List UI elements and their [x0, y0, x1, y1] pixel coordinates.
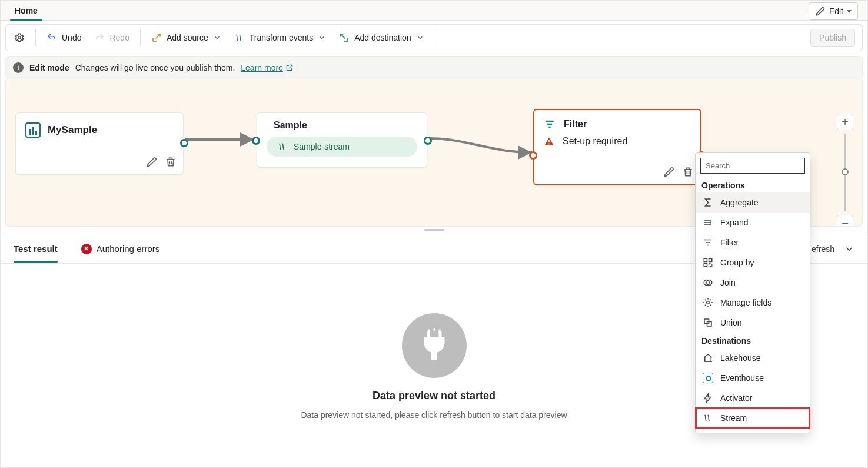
dropdown-item-expand[interactable]: Expand — [696, 213, 810, 233]
join-icon — [703, 277, 713, 288]
svg-rect-7 — [709, 264, 712, 267]
node-source-title: MySample — [48, 124, 97, 136]
stream-icon — [703, 413, 713, 423]
filter-icon — [544, 118, 556, 130]
node-port-out[interactable] — [424, 137, 432, 145]
dropdown-item-aggregate[interactable]: Aggregate — [696, 192, 810, 213]
chevron-down-icon — [318, 34, 326, 42]
svg-rect-1 — [548, 140, 550, 143]
settings-button[interactable] — [8, 29, 31, 47]
pencil-icon — [815, 6, 826, 16]
dropdown-item-union[interactable]: Union — [696, 313, 810, 333]
node-port-in[interactable] — [252, 137, 260, 145]
tab-authoring-errors[interactable]: ✕ Authoring errors — [81, 235, 160, 263]
undo-button[interactable]: Undo — [41, 29, 87, 47]
toolbar: Undo Redo Add source Transform events Ad… — [5, 24, 863, 51]
add-node-dropdown: Operations Aggregate Expand Filter Group… — [695, 152, 810, 433]
tab-test-result[interactable]: Test result — [14, 235, 58, 262]
lakehouse-icon — [703, 353, 713, 363]
stream-pill[interactable]: Sample-stream — [267, 137, 417, 157]
transform-icon — [234, 32, 245, 43]
group-icon — [703, 257, 713, 268]
top-tabbar: Home Edit — [1, 1, 867, 21]
svg-rect-6 — [704, 264, 707, 267]
refresh-button[interactable]: efresh — [812, 244, 834, 254]
dropdown-item-stream[interactable]: Stream — [696, 408, 810, 428]
edit-button-label: Edit — [829, 6, 843, 16]
transform-label: Transform events — [250, 33, 313, 42]
add-destination-icon — [339, 32, 350, 43]
publish-button: Publish — [810, 29, 855, 47]
add-destination-button[interactable]: Add destination — [333, 29, 430, 47]
zoom-knob[interactable] — [842, 168, 849, 175]
svg-rect-5 — [709, 258, 712, 261]
eventhouse-icon — [703, 373, 713, 383]
add-source-label: Add source — [167, 33, 208, 42]
node-filter[interactable]: Filter Set-up required — [533, 109, 701, 185]
expand-icon — [703, 217, 713, 228]
svg-rect-2 — [548, 144, 550, 145]
edit-node-button[interactable] — [145, 155, 158, 168]
zoom-slider[interactable] — [844, 134, 846, 211]
error-badge-icon: ✕ — [81, 244, 92, 254]
sigma-icon — [703, 197, 713, 208]
dropdown-item-join[interactable]: Join — [696, 273, 810, 293]
dropdown-item-managefields[interactable]: Manage fields — [696, 293, 810, 313]
redo-icon — [94, 32, 105, 43]
svg-point-3 — [710, 222, 711, 223]
node-port-out[interactable] — [180, 139, 188, 147]
preview-message: Data preview not started, please click r… — [301, 410, 567, 420]
add-source-button[interactable]: Add source — [145, 29, 227, 47]
delete-node-button[interactable] — [164, 155, 177, 168]
delete-node-button[interactable] — [681, 165, 694, 178]
edit-button[interactable]: Edit — [809, 2, 858, 20]
edit-mode-msg: Changes will go live once you publish th… — [75, 63, 235, 72]
transform-events-button[interactable]: Transform events — [228, 29, 332, 47]
node-source[interactable]: MySample — [15, 112, 184, 175]
zoom-out-button[interactable]: − — [837, 215, 853, 227]
dropdown-item-eventhouse[interactable]: Eventhouse — [696, 368, 810, 388]
node-port-in[interactable] — [529, 151, 537, 160]
undo-label: Undo — [62, 33, 81, 42]
dropdown-item-activator[interactable]: Activator — [696, 388, 810, 408]
zoom-in-button[interactable]: + — [837, 114, 853, 130]
add-source-icon — [151, 32, 162, 43]
dropdown-destinations-header: Destinations — [696, 333, 810, 348]
dropdown-item-groupby[interactable]: Group by — [696, 253, 810, 273]
connector-2 — [426, 134, 538, 163]
tab-home[interactable]: Home — [10, 1, 42, 20]
chevron-down-icon — [213, 34, 221, 42]
edit-mode-label: Edit mode — [29, 63, 69, 72]
info-bar: i Edit mode Changes will go live once yo… — [5, 56, 863, 79]
bar-chart-icon — [25, 122, 41, 138]
node-filter-title: Filter — [564, 119, 587, 130]
manage-fields-icon — [703, 297, 713, 308]
caret-down-icon — [847, 10, 852, 13]
chevron-down-icon[interactable] — [844, 244, 854, 254]
dropdown-item-filter[interactable]: Filter — [696, 233, 810, 253]
learn-more-link[interactable]: Learn more — [241, 63, 294, 72]
zoom-rail: + − — [836, 114, 854, 227]
node-sample[interactable]: Sample Sample-stream — [257, 112, 427, 168]
chevron-down-icon — [416, 34, 424, 42]
undo-icon — [46, 32, 57, 43]
svg-point-10 — [707, 301, 710, 304]
dropdown-item-lakehouse[interactable]: Lakehouse — [696, 348, 810, 368]
redo-label: Redo — [109, 33, 129, 42]
node-sample-title: Sample — [257, 113, 427, 134]
svg-point-0 — [18, 36, 21, 39]
warning-icon — [544, 136, 554, 147]
redo-button: Redo — [88, 29, 135, 47]
add-destination-label: Add destination — [354, 33, 411, 42]
node-filter-warning: Set-up required — [563, 136, 627, 147]
gear-icon — [14, 32, 25, 43]
svg-point-13 — [706, 376, 711, 381]
edit-node-button[interactable] — [663, 165, 676, 178]
plug-icon — [402, 313, 467, 378]
info-icon: i — [13, 62, 24, 73]
open-external-icon — [285, 64, 294, 72]
activator-icon — [703, 393, 713, 403]
preview-title: Data preview not started — [373, 390, 495, 402]
dropdown-search-input[interactable] — [700, 158, 805, 174]
svg-rect-4 — [704, 258, 707, 261]
